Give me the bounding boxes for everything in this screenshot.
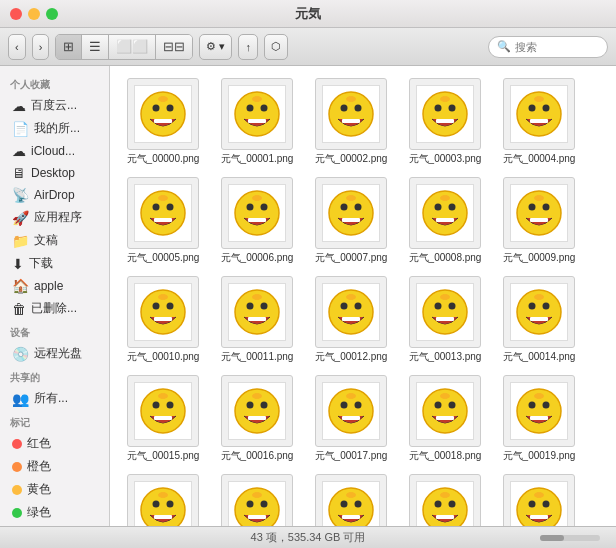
file-item[interactable]: 元气_00022.png [306, 470, 396, 526]
svg-point-119 [440, 492, 450, 498]
title-bar: 元気 [0, 0, 616, 28]
file-grid: 元气_00000.png 元气_00001.png 元气_00002.png 元… [118, 74, 608, 526]
svg-rect-38 [342, 218, 360, 222]
sidebar-item-all[interactable]: 👥 所有... [4, 387, 105, 410]
minimize-button[interactable] [28, 8, 40, 20]
sidebar-item-tag-red[interactable]: 红色 [4, 432, 105, 455]
icloud-icon: ☁ [12, 143, 26, 159]
file-item[interactable]: 元气_00023.png [400, 470, 490, 526]
file-item[interactable]: 元气_00017.png [306, 371, 396, 466]
file-item[interactable]: 元气_00019.png [494, 371, 584, 466]
file-name: 元气_00013.png [409, 351, 482, 363]
file-preview [416, 184, 474, 242]
file-preview [228, 184, 286, 242]
sidebar-label: 绿色 [27, 504, 51, 521]
file-item[interactable]: 元气_00020.png [118, 470, 208, 526]
svg-point-124 [534, 492, 544, 498]
sidebar-label: 我的所... [34, 120, 80, 137]
forward-button[interactable]: › [32, 34, 50, 60]
file-name: 元气_00018.png [409, 450, 482, 462]
file-item[interactable]: 元气_00018.png [400, 371, 490, 466]
file-item[interactable]: 元气_00024.png [494, 470, 584, 526]
svg-point-42 [449, 204, 456, 211]
sidebar-item-desktop[interactable]: 🖥 Desktop [4, 162, 105, 184]
file-item[interactable]: 元气_00011.png [212, 272, 302, 367]
file-item[interactable]: 元气_00008.png [400, 173, 490, 268]
sidebar-label: apple [34, 279, 63, 293]
file-item[interactable]: 元气_00004.png [494, 74, 584, 169]
svg-point-19 [440, 96, 450, 102]
svg-point-84 [252, 393, 262, 399]
file-name: 元气_00006.png [221, 252, 294, 264]
folder-icon: 📁 [12, 233, 29, 249]
svg-point-76 [153, 402, 160, 409]
search-box[interactable]: 🔍 [488, 36, 608, 58]
view-icon-button[interactable]: ⊞ [56, 35, 82, 59]
file-thumbnail [315, 177, 387, 249]
svg-point-101 [153, 501, 160, 508]
svg-point-89 [346, 393, 356, 399]
sidebar-item-remote-disk[interactable]: 💿 远程光盘 [4, 342, 105, 365]
search-input[interactable] [515, 41, 605, 53]
file-preview [510, 283, 568, 341]
file-item[interactable]: 元气_00015.png [118, 371, 208, 466]
svg-point-64 [346, 294, 356, 300]
content-area[interactable]: 元气_00000.png 元气_00001.png 元气_00002.png 元… [110, 66, 616, 526]
view-list-button[interactable]: ☰ [82, 35, 109, 59]
sidebar-item-tag-orange[interactable]: 橙色 [4, 455, 105, 478]
svg-point-27 [167, 204, 174, 211]
svg-point-91 [435, 402, 442, 409]
maximize-button[interactable] [46, 8, 58, 20]
svg-point-102 [167, 501, 174, 508]
sidebar-item-airdrop[interactable]: 📡 AirDrop [4, 184, 105, 206]
window-controls[interactable] [10, 8, 58, 20]
sidebar-item-trash[interactable]: 🗑 已删除... [4, 297, 105, 320]
sidebar-item-documents[interactable]: 📁 文稿 [4, 229, 105, 252]
svg-point-47 [543, 204, 550, 211]
file-item[interactable]: 元气_00005.png [118, 173, 208, 268]
svg-point-37 [355, 204, 362, 211]
svg-point-6 [247, 105, 254, 112]
file-item[interactable]: 元气_00013.png [400, 272, 490, 367]
sidebar-item-baiduyun[interactable]: ☁ 百度云... [4, 94, 105, 117]
sidebar-item-applications[interactable]: 🚀 应用程序 [4, 206, 105, 229]
move-button[interactable]: ⬡ [264, 34, 288, 60]
sidebar-item-downloads[interactable]: ⬇ 下载 [4, 252, 105, 275]
sidebar-item-icloud[interactable]: ☁ iCloud... [4, 140, 105, 162]
svg-point-51 [153, 303, 160, 310]
file-preview [416, 283, 474, 341]
file-item[interactable]: 元气_00000.png [118, 74, 208, 169]
file-thumbnail [409, 177, 481, 249]
file-item[interactable]: 元气_00016.png [212, 371, 302, 466]
gear-button[interactable]: ⚙ ▾ [199, 34, 232, 60]
file-name: 元气_00004.png [503, 153, 576, 165]
file-item[interactable]: 元气_00006.png [212, 173, 302, 268]
file-name: 元气_00009.png [503, 252, 576, 264]
file-item[interactable]: 元气_00014.png [494, 272, 584, 367]
file-item[interactable]: 元气_00007.png [306, 173, 396, 268]
sidebar-item-tag-yellow[interactable]: 黄色 [4, 478, 105, 501]
close-button[interactable] [10, 8, 22, 20]
svg-point-7 [261, 105, 268, 112]
file-item[interactable]: 元气_00012.png [306, 272, 396, 367]
share-button[interactable]: ↑ [238, 34, 258, 60]
file-item[interactable]: 元气_00009.png [494, 173, 584, 268]
file-item[interactable]: 元气_00003.png [400, 74, 490, 169]
sidebar-label: 应用程序 [34, 209, 82, 226]
svg-point-81 [247, 402, 254, 409]
view-column-button[interactable]: ⬜⬜ [109, 35, 156, 59]
svg-point-109 [252, 492, 262, 498]
sidebar-label: 远程光盘 [34, 345, 82, 362]
sidebar-item-tag-green[interactable]: 绿色 [4, 501, 105, 524]
file-item[interactable]: 元气_00010.png [118, 272, 208, 367]
file-name: 元气_00003.png [409, 153, 482, 165]
file-item[interactable]: 元气_00002.png [306, 74, 396, 169]
file-item[interactable]: 元气_00021.png [212, 470, 302, 526]
sidebar-item-myfiles[interactable]: 📄 我的所... [4, 117, 105, 140]
sidebar-item-apple[interactable]: 🏠 apple [4, 275, 105, 297]
view-cover-button[interactable]: ⊟⊟ [156, 35, 192, 59]
file-item[interactable]: 元气_00001.png [212, 74, 302, 169]
file-preview [322, 85, 380, 143]
back-button[interactable]: ‹ [8, 34, 26, 60]
file-thumbnail [409, 276, 481, 348]
